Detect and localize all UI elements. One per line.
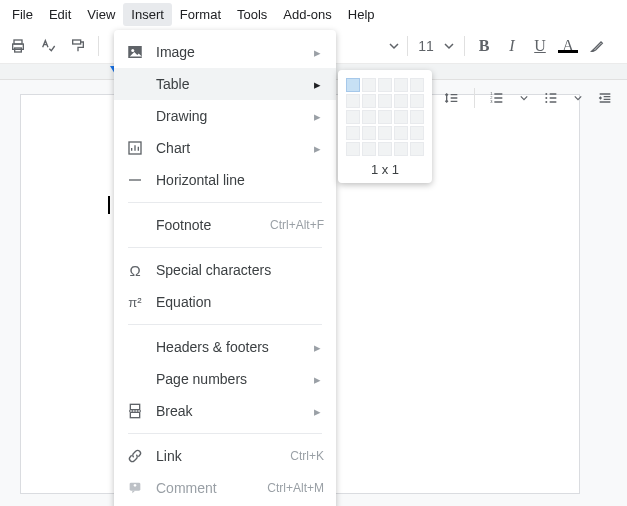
bulleted-list-button[interactable] xyxy=(537,84,565,112)
link-icon xyxy=(124,448,146,464)
table-size-picker: 1 x 1 xyxy=(338,70,432,183)
svg-point-8 xyxy=(545,97,547,99)
italic-button[interactable]: I xyxy=(499,37,525,55)
table-cell[interactable] xyxy=(362,142,376,156)
page-break-icon xyxy=(124,403,146,419)
svg-point-7 xyxy=(545,93,547,95)
menu-format[interactable]: Format xyxy=(172,3,229,26)
menu-item-headers-footers[interactable]: Headers & footers ▸ xyxy=(114,331,336,363)
paint-format-button[interactable] xyxy=(64,32,92,60)
menu-addons[interactable]: Add-ons xyxy=(275,3,339,26)
separator xyxy=(407,36,408,56)
table-cell[interactable] xyxy=(346,78,360,92)
table-cell[interactable] xyxy=(362,126,376,140)
menu-item-table[interactable]: Table ▸ xyxy=(114,68,336,100)
table-cell[interactable] xyxy=(394,78,408,92)
table-cell[interactable] xyxy=(346,110,360,124)
comment-icon xyxy=(124,480,146,496)
menu-item-horizontal-line[interactable]: Horizontal line xyxy=(114,164,336,196)
table-cell[interactable] xyxy=(410,78,424,92)
menu-item-drawing[interactable]: Drawing ▸ xyxy=(114,100,336,132)
menu-tools[interactable]: Tools xyxy=(229,3,275,26)
increase-indent-button[interactable] xyxy=(623,84,627,112)
separator xyxy=(98,36,99,56)
menu-item-equation[interactable]: π² Equation xyxy=(114,286,336,318)
svg-point-11 xyxy=(131,49,134,52)
highlight-button[interactable] xyxy=(583,32,611,60)
font-size-dropdown-icon[interactable] xyxy=(440,41,458,51)
submenu-arrow-icon: ▸ xyxy=(314,372,324,387)
submenu-arrow-icon: ▸ xyxy=(314,404,324,419)
submenu-arrow-icon: ▸ xyxy=(314,77,324,92)
menu-view[interactable]: View xyxy=(79,3,123,26)
menu-help[interactable]: Help xyxy=(340,3,383,26)
menu-item-comment[interactable]: Comment Ctrl+Alt+M xyxy=(114,472,336,504)
svg-rect-3 xyxy=(73,40,81,44)
underline-button[interactable]: U xyxy=(527,37,553,55)
table-cell[interactable] xyxy=(378,78,392,92)
menu-file[interactable]: File xyxy=(4,3,41,26)
submenu-arrow-icon: ▸ xyxy=(314,45,324,60)
table-cell[interactable] xyxy=(346,94,360,108)
table-cell[interactable] xyxy=(410,142,424,156)
submenu-arrow-icon: ▸ xyxy=(314,340,324,355)
menu-insert[interactable]: Insert xyxy=(123,3,172,26)
menubar: File Edit View Insert Format Tools Add-o… xyxy=(0,0,627,28)
bulleted-list-dropdown[interactable] xyxy=(569,94,587,102)
pi-squared-icon: π² xyxy=(124,295,146,310)
spellcheck-button[interactable] xyxy=(34,32,62,60)
submenu-arrow-icon: ▸ xyxy=(314,109,324,124)
table-cell[interactable] xyxy=(394,110,408,124)
table-cell[interactable] xyxy=(410,126,424,140)
text-color-button[interactable]: A xyxy=(555,37,581,55)
menu-item-chart[interactable]: Chart ▸ xyxy=(114,132,336,164)
table-cell[interactable] xyxy=(378,94,392,108)
table-cell[interactable] xyxy=(346,126,360,140)
menu-item-link[interactable]: Link Ctrl+K xyxy=(114,440,336,472)
separator xyxy=(464,36,465,56)
table-cell[interactable] xyxy=(394,126,408,140)
table-cell[interactable] xyxy=(362,94,376,108)
font-size-control[interactable]: 11 xyxy=(385,34,458,58)
menu-item-special-characters[interactable]: Ω Special characters xyxy=(114,254,336,286)
menu-item-label: Comment xyxy=(156,480,267,496)
table-cell[interactable] xyxy=(394,94,408,108)
menu-item-label: Special characters xyxy=(156,262,324,278)
table-cell[interactable] xyxy=(378,142,392,156)
font-size-value[interactable]: 11 xyxy=(412,34,440,58)
svg-rect-15 xyxy=(130,412,139,417)
style-dropdown-icon[interactable] xyxy=(385,41,403,51)
table-cell[interactable] xyxy=(346,142,360,156)
menu-item-label: Image xyxy=(156,44,314,60)
menu-item-footnote[interactable]: Footnote Ctrl+Alt+F xyxy=(114,209,336,241)
submenu-arrow-icon: ▸ xyxy=(314,141,324,156)
menu-item-label: Horizontal line xyxy=(156,172,324,188)
menu-divider xyxy=(128,324,322,325)
menu-item-page-numbers[interactable]: Page numbers ▸ xyxy=(114,363,336,395)
line-spacing-button[interactable] xyxy=(438,84,466,112)
menu-edit[interactable]: Edit xyxy=(41,3,79,26)
table-cell[interactable] xyxy=(362,110,376,124)
table-cell[interactable] xyxy=(410,94,424,108)
bold-button[interactable]: B xyxy=(471,37,497,55)
menu-item-label: Page numbers xyxy=(156,371,314,387)
menu-item-label: Table xyxy=(156,76,314,92)
omega-icon: Ω xyxy=(124,262,146,279)
numbered-list-button[interactable]: 123 xyxy=(483,84,511,112)
svg-text:3: 3 xyxy=(490,99,493,104)
menu-item-image[interactable]: Image ▸ xyxy=(114,36,336,68)
numbered-list-dropdown[interactable] xyxy=(515,94,533,102)
table-cell[interactable] xyxy=(394,142,408,156)
image-icon xyxy=(124,43,146,61)
table-cell[interactable] xyxy=(410,110,424,124)
table-cell[interactable] xyxy=(378,126,392,140)
table-cell[interactable] xyxy=(362,78,376,92)
print-button[interactable] xyxy=(4,32,32,60)
menu-item-label: Footnote xyxy=(156,217,270,233)
table-grid[interactable] xyxy=(346,78,424,156)
decrease-indent-button[interactable] xyxy=(591,84,619,112)
menu-item-label: Break xyxy=(156,403,314,419)
menu-item-break[interactable]: Break ▸ xyxy=(114,395,336,427)
menu-item-label: Headers & footers xyxy=(156,339,314,355)
table-cell[interactable] xyxy=(378,110,392,124)
